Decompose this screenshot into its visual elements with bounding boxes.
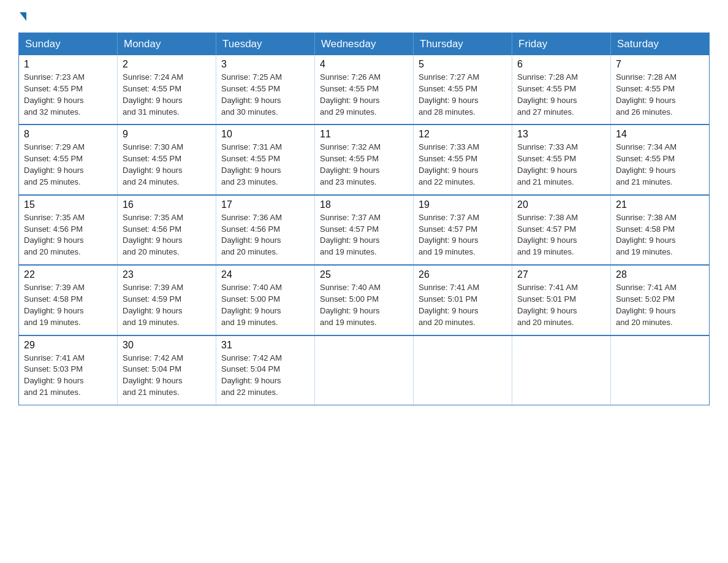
calendar-cell: 19Sunrise: 7:37 AMSunset: 4:57 PMDayligh… (414, 195, 512, 265)
calendar-week-row: 8Sunrise: 7:29 AMSunset: 4:55 PMDaylight… (19, 124, 710, 194)
calendar-cell: 24Sunrise: 7:40 AMSunset: 5:00 PMDayligh… (216, 265, 315, 335)
day-number: 7 (616, 59, 704, 70)
calendar-cell: 17Sunrise: 7:36 AMSunset: 4:56 PMDayligh… (216, 195, 315, 265)
logo (18, 12, 26, 21)
calendar-cell: 28Sunrise: 7:41 AMSunset: 5:02 PMDayligh… (611, 265, 710, 335)
day-number: 25 (320, 269, 408, 280)
day-info: Sunrise: 7:42 AMSunset: 5:04 PMDaylight:… (221, 353, 309, 399)
day-number: 28 (616, 269, 704, 280)
calendar-cell: 29Sunrise: 7:41 AMSunset: 5:03 PMDayligh… (19, 335, 118, 405)
day-info: Sunrise: 7:33 AMSunset: 4:55 PMDaylight:… (517, 142, 605, 188)
calendar-cell: 11Sunrise: 7:32 AMSunset: 4:55 PMDayligh… (315, 124, 414, 194)
logo-triangle-icon (20, 12, 26, 21)
calendar-cell: 30Sunrise: 7:42 AMSunset: 5:04 PMDayligh… (118, 335, 216, 405)
day-info: Sunrise: 7:27 AMSunset: 4:55 PMDaylight:… (419, 72, 507, 118)
day-info: Sunrise: 7:40 AMSunset: 5:00 PMDaylight:… (320, 282, 408, 328)
day-number: 21 (616, 199, 704, 210)
day-number: 26 (419, 269, 507, 280)
day-number: 15 (24, 199, 112, 210)
day-number: 31 (221, 340, 309, 351)
calendar-cell: 22Sunrise: 7:39 AMSunset: 4:58 PMDayligh… (19, 265, 118, 335)
day-number: 6 (517, 59, 605, 70)
day-info: Sunrise: 7:33 AMSunset: 4:55 PMDaylight:… (419, 142, 507, 188)
day-number: 22 (24, 269, 112, 280)
day-number: 3 (221, 59, 309, 70)
calendar-cell: 31Sunrise: 7:42 AMSunset: 5:04 PMDayligh… (216, 335, 315, 405)
calendar-cell: 21Sunrise: 7:38 AMSunset: 4:58 PMDayligh… (611, 195, 710, 265)
day-number: 18 (320, 199, 408, 210)
calendar-cell: 27Sunrise: 7:41 AMSunset: 5:01 PMDayligh… (512, 265, 611, 335)
calendar-week-row: 1Sunrise: 7:23 AMSunset: 4:55 PMDaylight… (19, 55, 710, 124)
day-number: 30 (123, 340, 211, 351)
day-info: Sunrise: 7:37 AMSunset: 4:57 PMDaylight:… (320, 212, 408, 258)
day-info: Sunrise: 7:41 AMSunset: 5:01 PMDaylight:… (419, 282, 507, 328)
day-number: 17 (221, 199, 309, 210)
calendar-cell: 20Sunrise: 7:38 AMSunset: 4:57 PMDayligh… (512, 195, 611, 265)
day-info: Sunrise: 7:24 AMSunset: 4:55 PMDaylight:… (123, 72, 211, 118)
calendar-cell: 13Sunrise: 7:33 AMSunset: 4:55 PMDayligh… (512, 124, 611, 194)
calendar-cell: 1Sunrise: 7:23 AMSunset: 4:55 PMDaylight… (19, 55, 118, 124)
day-info: Sunrise: 7:34 AMSunset: 4:55 PMDaylight:… (616, 142, 704, 188)
day-info: Sunrise: 7:42 AMSunset: 5:04 PMDaylight:… (123, 353, 211, 399)
day-number: 19 (419, 199, 507, 210)
day-info: Sunrise: 7:30 AMSunset: 4:55 PMDaylight:… (123, 142, 211, 188)
day-info: Sunrise: 7:41 AMSunset: 5:02 PMDaylight:… (616, 282, 704, 328)
day-info: Sunrise: 7:38 AMSunset: 4:58 PMDaylight:… (616, 212, 704, 258)
day-number: 9 (123, 129, 211, 140)
day-info: Sunrise: 7:32 AMSunset: 4:55 PMDaylight:… (320, 142, 408, 188)
day-info: Sunrise: 7:31 AMSunset: 4:55 PMDaylight:… (221, 142, 309, 188)
calendar-cell (414, 335, 512, 405)
calendar-cell: 26Sunrise: 7:41 AMSunset: 5:01 PMDayligh… (414, 265, 512, 335)
day-info: Sunrise: 7:25 AMSunset: 4:55 PMDaylight:… (221, 72, 309, 118)
weekday-header-wednesday: Wednesday (315, 33, 414, 56)
day-info: Sunrise: 7:40 AMSunset: 5:00 PMDaylight:… (221, 282, 309, 328)
day-info: Sunrise: 7:39 AMSunset: 4:58 PMDaylight:… (24, 282, 112, 328)
calendar-cell: 15Sunrise: 7:35 AMSunset: 4:56 PMDayligh… (19, 195, 118, 265)
day-number: 10 (221, 129, 309, 140)
day-info: Sunrise: 7:41 AMSunset: 5:01 PMDaylight:… (517, 282, 605, 328)
day-info: Sunrise: 7:23 AMSunset: 4:55 PMDaylight:… (24, 72, 112, 118)
calendar-week-row: 22Sunrise: 7:39 AMSunset: 4:58 PMDayligh… (19, 265, 710, 335)
day-number: 20 (517, 199, 605, 210)
day-info: Sunrise: 7:39 AMSunset: 4:59 PMDaylight:… (123, 282, 211, 328)
day-number: 11 (320, 129, 408, 140)
day-number: 14 (616, 129, 704, 140)
calendar-cell: 2Sunrise: 7:24 AMSunset: 4:55 PMDaylight… (118, 55, 216, 124)
calendar-cell: 5Sunrise: 7:27 AMSunset: 4:55 PMDaylight… (414, 55, 512, 124)
calendar-cell (315, 335, 414, 405)
calendar-cell: 6Sunrise: 7:28 AMSunset: 4:55 PMDaylight… (512, 55, 611, 124)
calendar-cell: 23Sunrise: 7:39 AMSunset: 4:59 PMDayligh… (118, 265, 216, 335)
calendar-cell: 9Sunrise: 7:30 AMSunset: 4:55 PMDaylight… (118, 124, 216, 194)
day-info: Sunrise: 7:28 AMSunset: 4:55 PMDaylight:… (616, 72, 704, 118)
day-info: Sunrise: 7:26 AMSunset: 4:55 PMDaylight:… (320, 72, 408, 118)
day-number: 1 (24, 59, 112, 70)
day-info: Sunrise: 7:29 AMSunset: 4:55 PMDaylight:… (24, 142, 112, 188)
weekday-header-friday: Friday (512, 33, 611, 56)
day-info: Sunrise: 7:41 AMSunset: 5:03 PMDaylight:… (24, 353, 112, 399)
day-info: Sunrise: 7:38 AMSunset: 4:57 PMDaylight:… (517, 212, 605, 258)
day-info: Sunrise: 7:36 AMSunset: 4:56 PMDaylight:… (221, 212, 309, 258)
day-number: 23 (123, 269, 211, 280)
day-number: 13 (517, 129, 605, 140)
calendar-cell: 3Sunrise: 7:25 AMSunset: 4:55 PMDaylight… (216, 55, 315, 124)
calendar-cell: 14Sunrise: 7:34 AMSunset: 4:55 PMDayligh… (611, 124, 710, 194)
calendar-cell (611, 335, 710, 405)
day-number: 8 (24, 129, 112, 140)
calendar-table: SundayMondayTuesdayWednesdayThursdayFrid… (18, 33, 710, 405)
weekday-header-thursday: Thursday (414, 33, 512, 56)
weekday-header-monday: Monday (118, 33, 216, 56)
day-number: 4 (320, 59, 408, 70)
calendar-cell: 12Sunrise: 7:33 AMSunset: 4:55 PMDayligh… (414, 124, 512, 194)
calendar-cell: 7Sunrise: 7:28 AMSunset: 4:55 PMDaylight… (611, 55, 710, 124)
day-number: 16 (123, 199, 211, 210)
day-number: 2 (123, 59, 211, 70)
weekday-header-sunday: Sunday (19, 33, 118, 56)
calendar-week-row: 29Sunrise: 7:41 AMSunset: 5:03 PMDayligh… (19, 335, 710, 405)
calendar-cell (512, 335, 611, 405)
day-number: 12 (419, 129, 507, 140)
day-info: Sunrise: 7:28 AMSunset: 4:55 PMDaylight:… (517, 72, 605, 118)
calendar-cell: 4Sunrise: 7:26 AMSunset: 4:55 PMDaylight… (315, 55, 414, 124)
calendar-cell: 18Sunrise: 7:37 AMSunset: 4:57 PMDayligh… (315, 195, 414, 265)
day-number: 29 (24, 340, 112, 351)
calendar-cell: 10Sunrise: 7:31 AMSunset: 4:55 PMDayligh… (216, 124, 315, 194)
